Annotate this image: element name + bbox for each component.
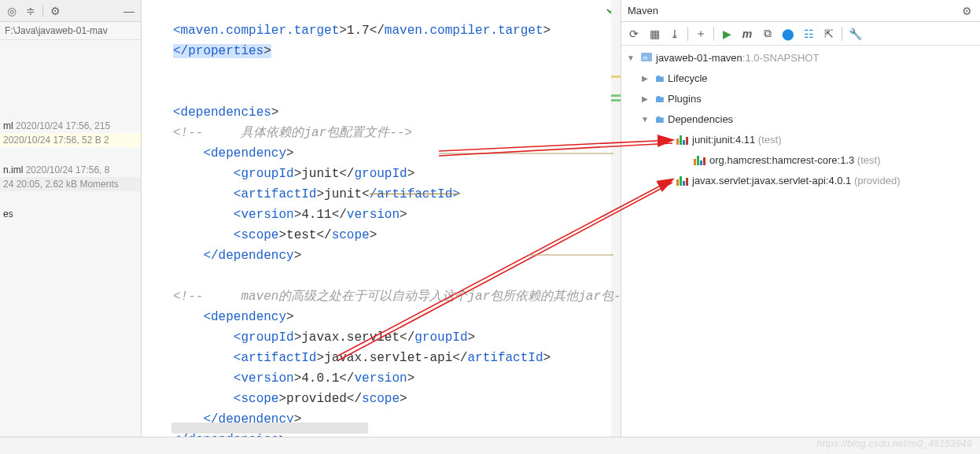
tree-node-lifecycle[interactable]: ▶ 🖿 Lifecycle bbox=[621, 68, 980, 88]
code: < bbox=[234, 187, 241, 201]
tree-label: javaweb-01-maven bbox=[656, 52, 742, 64]
wrench-icon[interactable]: 🔧 bbox=[846, 24, 864, 43]
maven-toolbar: ⟳ ▦ ⤓ ＋ ▶ m ⧉ ⬤ ☷ ⇱ 🔧 bbox=[621, 22, 980, 46]
watermark: https://blog.csdn.net/m0_46153949 bbox=[817, 438, 972, 449]
xml-tag: artifactId bbox=[467, 351, 543, 365]
xml-tag: artifactId bbox=[241, 351, 316, 365]
xml-tag: version bbox=[354, 371, 407, 386]
code: < bbox=[234, 330, 241, 345]
xml-tag: dependency bbox=[211, 310, 286, 324]
dep-scope: (test) bbox=[758, 134, 782, 146]
code: >test</ bbox=[278, 228, 331, 242]
maven-m-icon[interactable]: m bbox=[738, 24, 757, 43]
file-row[interactable]: n.iml 2020/10/24 17:56, 8 bbox=[0, 163, 141, 177]
folder-icon: 🖿 bbox=[654, 113, 665, 125]
file-row[interactable]: es bbox=[0, 207, 141, 221]
code: > bbox=[263, 44, 271, 58]
library-icon bbox=[694, 154, 706, 165]
tree-label: Lifecycle bbox=[668, 72, 708, 84]
skip-tests-icon[interactable]: ⧉ bbox=[758, 24, 777, 43]
generate-sources-icon[interactable]: ▦ bbox=[645, 24, 664, 43]
xml-tag: dependencies bbox=[181, 105, 271, 120]
run-icon[interactable]: ▶ bbox=[717, 24, 736, 43]
chevron-right-icon[interactable]: ▶ bbox=[639, 74, 651, 83]
code: >javax.servlet</ bbox=[294, 330, 415, 345]
folder-icon: 🖿 bbox=[654, 72, 665, 84]
maven-module-icon: m bbox=[640, 50, 653, 65]
chevron-right-icon[interactable]: ▶ bbox=[639, 94, 651, 103]
tree-dep-row[interactable]: javax.servlet:javax.servlet-api:4.0.1 (p… bbox=[621, 170, 980, 190]
code: > bbox=[286, 146, 294, 161]
chevron-down-icon[interactable]: ▼ bbox=[639, 115, 651, 124]
xml-tag: artifactId bbox=[241, 187, 316, 201]
sep bbox=[42, 5, 43, 17]
xml-tag: groupId bbox=[241, 167, 293, 181]
code: > bbox=[400, 392, 407, 406]
dep-label: junit:junit:4.11 bbox=[692, 134, 755, 146]
file-meta: 2020/10/24 17:56, 8 bbox=[26, 164, 110, 175]
code: < bbox=[173, 105, 181, 120]
xml-tag: dependency bbox=[211, 146, 286, 161]
tree-version: :1.0-SNAPSHOT bbox=[742, 52, 820, 64]
code: > bbox=[294, 249, 302, 263]
show-deps-icon[interactable]: ☷ bbox=[799, 24, 818, 43]
gear-icon[interactable]: ⚙ bbox=[960, 4, 974, 18]
tree-label: Dependencies bbox=[668, 113, 733, 125]
xml-tag: dependency bbox=[219, 249, 294, 263]
file-row[interactable]: 24 20:05, 2.62 kB Moments bbox=[0, 177, 141, 191]
code: > bbox=[370, 228, 378, 242]
file-row[interactable]: ml 2020/10/24 17:56, 215 bbox=[0, 119, 141, 133]
tree-dep-row[interactable]: org.hamcrest:hamcrest-core:1.3 (test) bbox=[621, 149, 980, 170]
collapse-all-icon[interactable]: ⇱ bbox=[820, 24, 838, 43]
xml-tag-struck: /artifactId> bbox=[370, 187, 460, 201]
target-icon[interactable]: ◎ bbox=[5, 4, 19, 18]
add-icon[interactable]: ＋ bbox=[691, 24, 710, 43]
sep bbox=[687, 27, 688, 41]
code: < bbox=[203, 146, 211, 161]
code: > bbox=[407, 167, 415, 181]
file-name: es bbox=[3, 209, 13, 220]
xml-tag: groupId bbox=[241, 330, 293, 345]
code: > bbox=[400, 208, 407, 222]
offline-icon[interactable]: ⬤ bbox=[779, 24, 798, 43]
tree-dep-row[interactable]: junit:junit:4.11 (test) bbox=[621, 129, 980, 149]
dep-scope: (test) bbox=[857, 154, 881, 166]
refresh-icon[interactable]: ⟳ bbox=[624, 24, 643, 43]
project-panel: ◎ ≑ ⚙ — F:\Java\javaweb-01-mav ml 2020/1… bbox=[0, 0, 142, 454]
code: < bbox=[234, 167, 241, 181]
file-row[interactable]: 2020/10/24 17:56, 52 B 2 bbox=[0, 133, 141, 147]
breadcrumb: F:\Java\javaweb-01-mav bbox=[0, 22, 141, 40]
collapse-icon[interactable]: ≑ bbox=[24, 4, 38, 18]
sep bbox=[713, 27, 714, 41]
svg-text:m: m bbox=[643, 54, 648, 61]
project-toolbar: ◎ ≑ ⚙ — bbox=[0, 0, 141, 22]
tree-node-plugins[interactable]: ▶ 🖿 Plugins bbox=[621, 88, 980, 109]
code: >4.0.1</ bbox=[294, 371, 355, 386]
code: > bbox=[543, 24, 551, 38]
file-meta: 24 20:05, 2.62 kB Moments bbox=[3, 179, 119, 190]
library-icon bbox=[676, 134, 689, 145]
code: > bbox=[407, 371, 415, 386]
horizontal-scrollbar[interactable] bbox=[171, 423, 368, 434]
tree-root[interactable]: ▼ m javaweb-01-maven:1.0-SNAPSHOT bbox=[621, 47, 980, 68]
code: < bbox=[234, 351, 241, 365]
xml-tag: groupId bbox=[414, 330, 467, 345]
dep-label: javax.servlet:javax.servlet-api:4.0.1 bbox=[692, 175, 851, 186]
code: < bbox=[203, 310, 211, 324]
chevron-down-icon[interactable]: ▼ bbox=[624, 54, 637, 62]
minimize-icon[interactable]: — bbox=[122, 4, 136, 18]
code: > bbox=[286, 310, 294, 324]
gear-icon[interactable]: ⚙ bbox=[48, 4, 62, 18]
code-editor[interactable]: <maven.compiler.target>1.7</maven.compil… bbox=[142, 0, 621, 450]
code: < bbox=[234, 392, 241, 406]
xml-comment: <!-- 具体依赖的jar包配置文件--> bbox=[173, 126, 412, 140]
file-name: n.iml bbox=[3, 164, 23, 175]
code: > bbox=[467, 330, 475, 345]
maven-title: Maven bbox=[628, 5, 658, 17]
code: >junit</ bbox=[294, 167, 355, 181]
xml-tag: groupId bbox=[354, 167, 407, 181]
code: < bbox=[234, 371, 241, 386]
tree-node-dependencies[interactable]: ▼ 🖿 Dependencies bbox=[621, 109, 980, 129]
xml-tag: scope bbox=[241, 228, 278, 242]
download-icon[interactable]: ⤓ bbox=[665, 24, 684, 43]
